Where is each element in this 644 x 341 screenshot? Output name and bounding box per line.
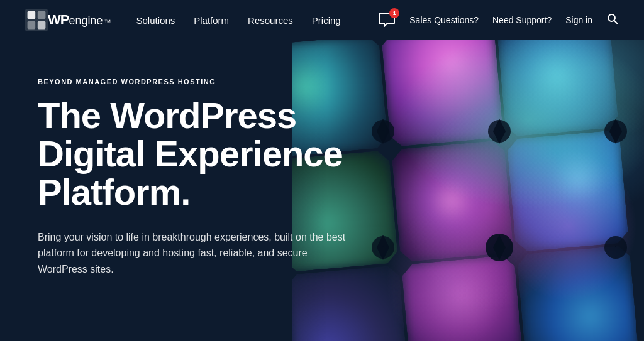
hero-subtitle: Bring your vision to life in breakthroug… xyxy=(38,229,352,278)
search-icon xyxy=(606,13,619,25)
logo[interactable]: WPengine ™ xyxy=(25,9,111,31)
svg-line-6 xyxy=(614,21,618,24)
nav-pricing[interactable]: Pricing xyxy=(312,15,341,26)
svg-rect-1 xyxy=(28,11,36,19)
navbar: WPengine ™ Solutions Platform Resources … xyxy=(0,0,644,40)
hero-title: The WordPress Digital Experience Platfor… xyxy=(38,97,377,212)
nav-platform[interactable]: Platform xyxy=(194,15,229,26)
search-button[interactable] xyxy=(606,13,619,28)
svg-rect-3 xyxy=(28,21,36,30)
sales-questions-link[interactable]: Sales Questions? xyxy=(409,15,479,25)
svg-rect-2 xyxy=(38,11,46,19)
logo-engine-text: engine xyxy=(69,14,103,28)
svg-point-12 xyxy=(604,236,627,259)
logo-wp-text: WP xyxy=(48,12,69,28)
need-support-link[interactable]: Need Support? xyxy=(492,15,552,25)
hero-content: BEYOND MANAGED WORDPRESS HOSTING The Wor… xyxy=(0,40,402,302)
nav-links: Solutions Platform Resources Pricing xyxy=(136,15,379,26)
nav-solutions[interactable]: Solutions xyxy=(136,15,175,26)
logo-icon xyxy=(25,9,48,31)
logo-trademark: ™ xyxy=(104,18,111,26)
svg-rect-4 xyxy=(38,21,46,30)
chat-icon-wrapper[interactable]: 1 xyxy=(378,12,396,28)
chat-badge: 1 xyxy=(389,8,399,18)
sign-in-link[interactable]: Sign in xyxy=(565,15,592,25)
hero-eyebrow: BEYOND MANAGED WORDPRESS HOSTING xyxy=(38,78,377,85)
hero-section: BEYOND MANAGED WORDPRESS HOSTING The Wor… xyxy=(0,40,644,341)
nav-resources[interactable]: Resources xyxy=(248,15,293,26)
nav-right: 1 Sales Questions? Need Support? Sign in xyxy=(378,12,619,28)
